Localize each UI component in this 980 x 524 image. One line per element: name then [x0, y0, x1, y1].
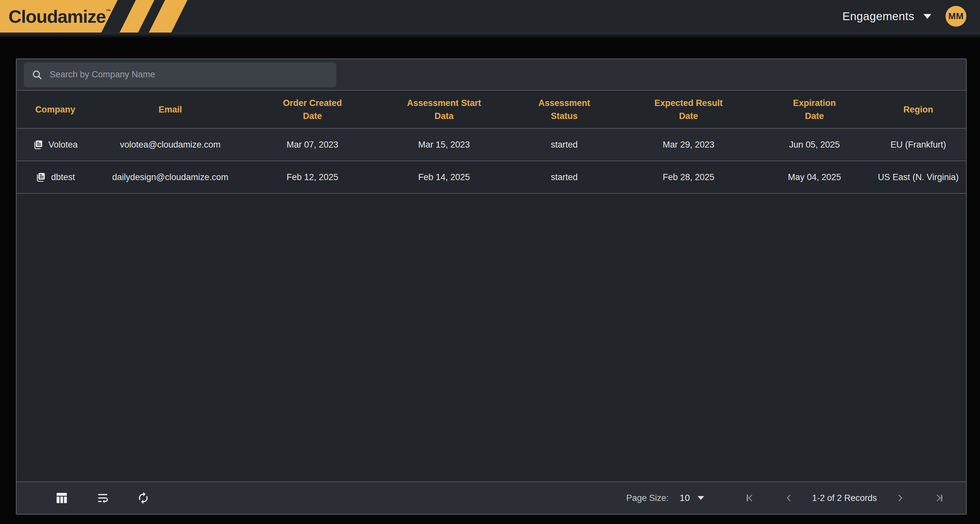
region-cell: EU (Frankfurt): [870, 129, 966, 161]
table-tools-group: [55, 491, 150, 505]
column-header-assessment-start-data[interactable]: Assessment StartData: [378, 91, 510, 128]
email-cell: dailydesign@cloudamize.com: [94, 161, 247, 193]
column-header-expiration-date[interactable]: ExpirationDate: [758, 91, 870, 128]
wrap-text-button[interactable]: [96, 491, 110, 505]
company-cell[interactable]: Volotea: [17, 129, 94, 161]
assessment-start-data-cell: Feb 14, 2025: [378, 161, 510, 193]
email-cell: volotea@cloudamize.com: [94, 129, 247, 161]
assessment-start-data-cell: Mar 15, 2023: [378, 129, 510, 161]
autorenew-icon: [137, 492, 150, 505]
first-page-button[interactable]: [744, 492, 756, 504]
chevron-right-icon: [894, 492, 906, 504]
user-avatar[interactable]: MM: [945, 6, 966, 27]
chevron-down-icon: [923, 14, 931, 19]
page-size-select[interactable]: 10: [680, 493, 704, 503]
last-page-button[interactable]: [933, 492, 945, 504]
table-columns-icon: [55, 491, 68, 505]
search-input[interactable]: [50, 70, 329, 80]
records-range-label: 1-2 of 2 Records: [810, 493, 879, 503]
first-page-icon: [744, 492, 756, 504]
table-row[interactable]: Volotea volotea@cloudamize.com Mar 07, 2…: [17, 129, 966, 161]
region-cell: US East (N. Virginia): [870, 161, 966, 193]
expected-result-date-cell: Feb 28, 2025: [619, 161, 758, 193]
page-size-value: 10: [680, 493, 690, 503]
topbar-right-group: Engagements MM: [843, 6, 966, 27]
chevron-down-icon: [698, 496, 704, 500]
column-header-company[interactable]: Company: [17, 91, 94, 128]
search-toolbar: [17, 59, 966, 91]
cloudamize-logo[interactable]: Cloudamize™: [0, 0, 195, 32]
assessment-status-cell: started: [510, 161, 619, 193]
company-cell[interactable]: dbtest: [17, 161, 94, 193]
table-header-row: Company Email Order CreatedDate Assessme…: [17, 91, 966, 129]
refresh-button[interactable]: [137, 492, 150, 505]
company-name: Volotea: [48, 140, 78, 150]
order-created-date-cell: Feb 12, 2025: [247, 161, 378, 193]
trademark-symbol: ™: [106, 8, 111, 14]
engagements-menu-label: Engagements: [843, 10, 914, 23]
pagination-controls: Page Size: 10 1-2 of 2 Records: [626, 492, 945, 504]
document-stack-icon: [35, 172, 46, 182]
top-navigation-bar: Cloudamize™ Engagements MM: [0, 0, 980, 32]
column-header-email[interactable]: Email: [94, 91, 247, 128]
logo-wordmark: Cloudamize™: [8, 6, 111, 27]
last-page-icon: [933, 492, 945, 504]
column-header-expected-result-date[interactable]: Expected ResultDate: [619, 91, 758, 128]
column-header-assessment-status[interactable]: AssessmentStatus: [510, 91, 619, 128]
manage-columns-button[interactable]: [55, 491, 68, 505]
document-stack-icon: [33, 139, 43, 150]
previous-page-button[interactable]: [783, 492, 795, 504]
expiration-date-cell: Jun 05, 2025: [758, 129, 870, 161]
search-box[interactable]: [24, 62, 336, 87]
chevron-left-icon: [783, 492, 795, 504]
expected-result-date-cell: Mar 29, 2023: [619, 129, 758, 161]
order-created-date-cell: Mar 07, 2023: [247, 129, 378, 161]
expiration-date-cell: May 04, 2025: [758, 161, 870, 193]
table-row[interactable]: dbtest dailydesign@cloudamize.com Feb 12…: [17, 161, 966, 194]
company-name: dbtest: [51, 172, 75, 182]
column-header-order-created-date[interactable]: Order CreatedDate: [247, 91, 378, 128]
wrap-text-icon: [96, 491, 110, 505]
assessment-status-cell: started: [510, 129, 619, 161]
next-page-button[interactable]: [894, 492, 906, 504]
search-icon: [32, 69, 43, 80]
engagements-table-panel: Company Email Order CreatedDate Assessme…: [16, 59, 967, 514]
engagements-menu[interactable]: Engagements: [843, 10, 931, 23]
table-empty-area: [17, 194, 966, 481]
table-footer-toolbar: Page Size: 10 1-2 of 2 Records: [17, 481, 966, 514]
column-header-region[interactable]: Region: [870, 91, 966, 128]
app-root: { "topbar": { "brand": "Cloudamize", "tr…: [0, 0, 980, 524]
page-size-label: Page Size:: [626, 493, 669, 503]
topbar-shadow: [0, 32, 980, 38]
